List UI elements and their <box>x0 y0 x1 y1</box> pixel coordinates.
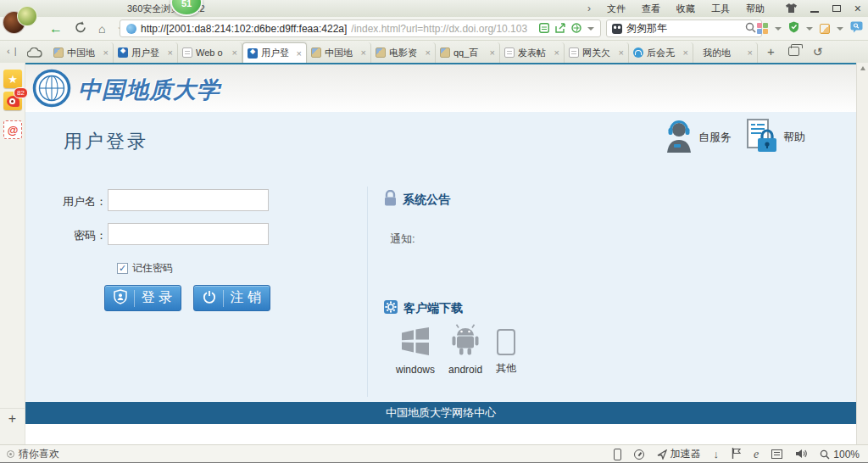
security-dropdown-icon[interactable] <box>806 27 813 31</box>
speed-gauge-icon[interactable] <box>634 449 644 460</box>
remember-password-row: ✓ 记住密码 <box>117 261 173 276</box>
logout-button[interactable]: 注 销 <box>193 285 270 311</box>
download-other[interactable]: 其他 <box>496 329 516 376</box>
speaker-icon[interactable] <box>795 447 807 462</box>
favorites-star-icon[interactable]: ★ <box>3 70 22 88</box>
status-bar: 猜你喜欢 加速器 ↓ e 100% <box>0 444 868 463</box>
find-chat-icon[interactable] <box>850 21 863 36</box>
browser-tab[interactable]: 中国地× <box>307 42 371 63</box>
web-page: 中国地质大学 用户登录 自服务 帮助 <box>25 63 856 444</box>
share-icon[interactable] <box>555 21 565 36</box>
browser-tab[interactable]: 电影资× <box>371 42 436 63</box>
screenshot-icon[interactable] <box>820 24 830 34</box>
ie-mode-icon[interactable]: e <box>754 448 759 461</box>
url-field[interactable]: http://[2001:da8:214:102:d6be:d9ff:feaa:… <box>120 20 601 37</box>
tab-favicon-doc <box>569 47 579 58</box>
skin-icon[interactable] <box>786 3 797 14</box>
menu-item[interactable]: 工具 <box>711 3 730 15</box>
tab-list-icon[interactable] <box>788 47 799 56</box>
cloud-sync-icon[interactable] <box>27 46 42 61</box>
menu-item[interactable]: 帮助 <box>746 3 765 15</box>
translate-icon[interactable] <box>539 21 549 36</box>
search-input[interactable]: 匆匆那年 <box>606 20 762 37</box>
browser-tab[interactable]: 网关欠× <box>565 42 629 63</box>
browser-tab-active[interactable]: 用户登× <box>242 42 307 63</box>
login-button[interactable]: 登 录 <box>104 285 181 311</box>
menu-item[interactable]: 收藏 <box>676 3 695 15</box>
tab-close-icon[interactable]: × <box>426 47 431 58</box>
status-left[interactable]: 猜你喜欢 <box>7 445 59 463</box>
tab-close-icon[interactable]: × <box>748 47 753 58</box>
tab-close-icon[interactable]: × <box>103 47 108 58</box>
mail-at-icon[interactable]: @ <box>3 120 22 139</box>
tab-collapse-icon[interactable]: ‹ | <box>7 46 18 56</box>
browser-tab[interactable]: 发表帖× <box>500 42 565 63</box>
mobile-icon[interactable] <box>614 449 621 460</box>
announcement-section-header: 系统公告 <box>384 190 450 209</box>
tab-label: Web o <box>196 47 229 58</box>
button-divider <box>223 290 224 307</box>
browser-tab[interactable]: 用户登× <box>114 42 178 63</box>
download-android[interactable]: android <box>448 324 482 376</box>
self-service-label: 自服务 <box>698 130 732 145</box>
downloads-icon[interactable]: ↓ <box>714 448 720 460</box>
vertical-scrollbar[interactable] <box>856 63 868 444</box>
gear-icon <box>384 300 398 317</box>
back-icon[interactable]: ← <box>49 21 63 36</box>
tab-close-icon[interactable]: × <box>361 47 366 58</box>
refresh-icon[interactable] <box>75 21 86 36</box>
tab-close-icon[interactable]: × <box>619 47 624 58</box>
help-link[interactable]: 帮助 <box>747 119 805 155</box>
download-windows[interactable]: windows <box>396 327 435 376</box>
help-label: 帮助 <box>783 130 805 145</box>
download-title: 客户端下载 <box>403 301 463 316</box>
tab-close-icon[interactable]: × <box>232 47 237 58</box>
tab-favicon-image <box>311 47 321 58</box>
browser-tab[interactable]: 我的地× <box>693 42 758 63</box>
menu-item[interactable]: 查看 <box>642 3 660 15</box>
new-tab-icon[interactable]: + <box>767 44 775 59</box>
home-icon[interactable]: ⌂ <box>98 22 105 36</box>
browser-tab[interactable]: 后会无× <box>629 42 693 63</box>
weibo-badge: 82 <box>14 87 28 98</box>
weibo-icon[interactable]: 82 <box>3 92 22 110</box>
tab-close-icon[interactable]: × <box>490 47 495 58</box>
username-field[interactable] <box>108 189 269 211</box>
browser-tab[interactable]: 中国地× <box>49 42 114 63</box>
close-icon[interactable]: × <box>854 3 861 14</box>
url-actions <box>539 21 594 36</box>
password-field[interactable] <box>108 223 269 245</box>
browser-tab[interactable]: Web o× <box>178 42 242 63</box>
security-shield-icon[interactable] <box>788 21 799 36</box>
menu-expander-icon[interactable]: › <box>587 3 591 14</box>
tab-close-icon[interactable]: × <box>297 48 302 59</box>
zoom-control[interactable]: 100% <box>820 449 860 460</box>
reading-mode-icon[interactable] <box>771 449 782 459</box>
self-service-link[interactable]: 自服务 <box>665 119 732 155</box>
flag-icon[interactable] <box>732 447 741 462</box>
workspace: ★ 82 @ + 中国地质大学 用户登录 <box>0 63 868 444</box>
network-speed-icon[interactable] <box>571 21 581 36</box>
menu-item[interactable]: 文件 <box>607 3 626 15</box>
user-avatar[interactable] <box>3 4 40 36</box>
apps-dropdown-icon[interactable] <box>775 27 782 31</box>
browser-tab[interactable]: qq_百× <box>436 42 500 63</box>
url-dropdown-icon[interactable] <box>587 27 594 31</box>
screenshot-dropdown-icon[interactable] <box>837 27 843 31</box>
scroll-up-icon[interactable] <box>860 66 865 70</box>
tab-close-icon[interactable]: × <box>554 47 559 58</box>
add-sidebar-app-icon[interactable]: + <box>0 408 25 428</box>
help-icon <box>747 119 778 155</box>
maximize-icon[interactable] <box>832 5 841 12</box>
accelerator-button[interactable]: 加速器 <box>657 447 701 461</box>
reopen-tab-icon[interactable]: ↺ <box>813 45 823 59</box>
remember-label: 记住密码 <box>132 261 173 276</box>
minimize-icon[interactable] <box>810 11 819 13</box>
search-magnifier-icon[interactable] <box>745 21 756 36</box>
notice-label: 通知: <box>390 232 415 247</box>
remember-checkbox[interactable]: ✓ <box>117 263 128 274</box>
apps-grid-icon[interactable] <box>757 23 768 34</box>
tab-close-icon[interactable]: × <box>168 47 173 58</box>
tab-close-icon[interactable]: × <box>683 47 688 58</box>
menu-items: 文件查看收藏工具帮助 <box>607 3 765 15</box>
